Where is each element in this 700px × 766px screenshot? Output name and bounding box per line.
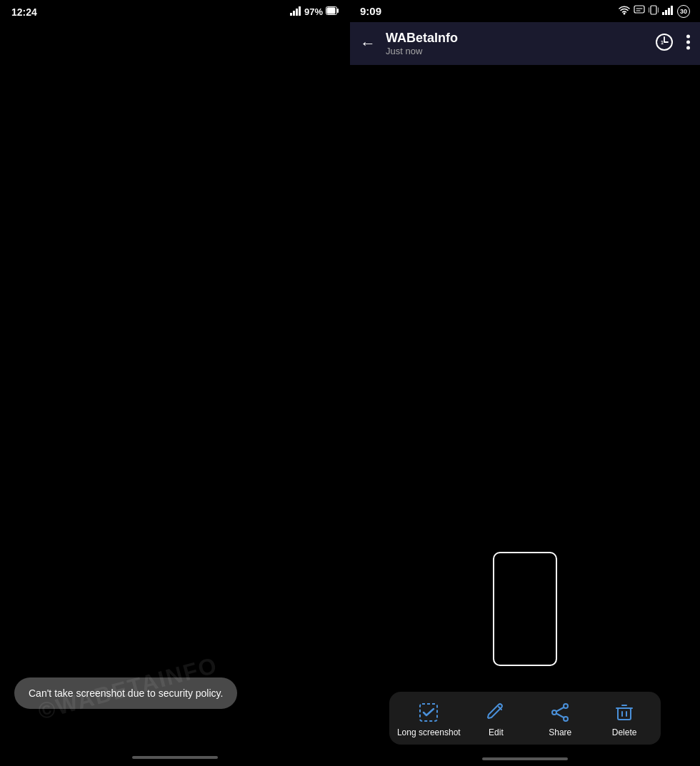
delete-icon bbox=[614, 702, 635, 723]
svg-rect-0 bbox=[290, 13, 292, 16]
bottom-home-bar-right bbox=[482, 757, 568, 760]
long-screenshot-label: Long screenshot bbox=[397, 727, 461, 737]
svg-rect-6 bbox=[327, 8, 336, 14]
contact-info: WABetaInfo Just now bbox=[386, 31, 645, 56]
svg-rect-1 bbox=[293, 11, 295, 16]
svg-point-24 bbox=[552, 710, 556, 715]
share-icon bbox=[549, 702, 571, 723]
edit-label: Edit bbox=[489, 727, 504, 737]
svg-rect-5 bbox=[337, 9, 339, 13]
svg-rect-12 bbox=[665, 10, 667, 15]
right-phone-panel: 9:09 bbox=[350, 0, 700, 766]
edit-icon bbox=[485, 702, 506, 723]
whatsapp-topbar: ← WABetaInfo Just now 1 bbox=[350, 22, 700, 65]
back-button[interactable]: ← bbox=[360, 34, 376, 53]
svg-rect-3 bbox=[299, 6, 301, 16]
vibrate-icon bbox=[649, 4, 659, 18]
left-time: 12:24 bbox=[11, 6, 37, 18]
long-screenshot-button[interactable]: Long screenshot bbox=[397, 702, 461, 737]
svg-text:1: 1 bbox=[661, 40, 664, 45]
screenshot-thumbnail bbox=[493, 552, 557, 666]
left-black-content bbox=[0, 24, 350, 645]
left-status-bar: 12:24 97% bbox=[0, 0, 350, 24]
svg-point-19 bbox=[686, 35, 690, 39]
cellular-icon bbox=[662, 5, 674, 17]
svg-line-27 bbox=[556, 714, 564, 718]
svg-rect-7 bbox=[634, 6, 644, 13]
right-status-icons: 30 bbox=[619, 4, 690, 18]
long-screenshot-icon bbox=[418, 702, 439, 723]
bottom-home-bar-left bbox=[132, 756, 218, 759]
edit-button[interactable]: Edit bbox=[467, 702, 524, 737]
right-black-content bbox=[350, 65, 700, 493]
svg-rect-13 bbox=[668, 8, 670, 15]
circle-badge-icon: 30 bbox=[677, 5, 690, 18]
svg-line-26 bbox=[556, 707, 564, 712]
delete-button[interactable]: Delete bbox=[596, 702, 653, 737]
signal-icon bbox=[290, 6, 301, 18]
message-notification-icon bbox=[634, 5, 645, 17]
svg-rect-28 bbox=[618, 708, 631, 720]
action-toolbar: Long screenshot Edit bbox=[389, 692, 661, 745]
share-button[interactable]: Share bbox=[531, 702, 589, 737]
right-status-bar: 9:09 bbox=[350, 0, 700, 22]
svg-point-20 bbox=[686, 41, 690, 44]
topbar-icons: 1 bbox=[655, 33, 690, 54]
svg-rect-2 bbox=[296, 9, 298, 16]
delete-label: Delete bbox=[612, 727, 637, 737]
battery-icon bbox=[326, 6, 339, 17]
wifi-icon bbox=[619, 5, 630, 17]
battery-percentage: 97% bbox=[304, 6, 323, 17]
share-label: Share bbox=[549, 727, 571, 737]
svg-point-21 bbox=[686, 46, 690, 50]
more-options-icon[interactable] bbox=[686, 34, 690, 53]
timer-icon[interactable]: 1 bbox=[655, 33, 674, 54]
svg-rect-14 bbox=[671, 6, 673, 15]
left-phone-panel: 12:24 97% Can't take s bbox=[0, 0, 350, 766]
svg-rect-8 bbox=[651, 6, 656, 14]
svg-rect-11 bbox=[662, 12, 664, 15]
right-time: 9:09 bbox=[360, 5, 381, 17]
screenshot-preview-area bbox=[493, 552, 557, 666]
contact-status: Just now bbox=[386, 46, 645, 56]
contact-name: WABetaInfo bbox=[386, 31, 645, 46]
left-status-right: 97% bbox=[290, 6, 339, 18]
